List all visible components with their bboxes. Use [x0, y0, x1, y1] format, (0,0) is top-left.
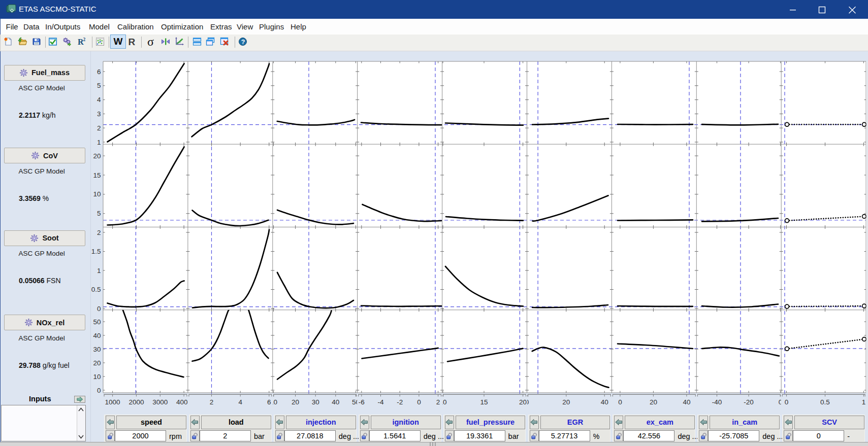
svg-text:20: 20	[519, 398, 527, 406]
svg-text:0: 0	[618, 398, 622, 406]
svg-text:6: 6	[97, 68, 101, 76]
svg-text:0.5: 0.5	[91, 286, 101, 293]
svg-text:5: 5	[97, 82, 101, 89]
svg-text:0.5: 0.5	[820, 398, 830, 406]
svg-text:20: 20	[292, 398, 299, 406]
svg-text:0: 0	[779, 398, 783, 406]
svg-text:40: 40	[683, 398, 690, 406]
svg-text:50: 50	[93, 318, 101, 326]
svg-text:2: 2	[97, 124, 101, 132]
svg-text:1.5: 1.5	[91, 248, 101, 255]
svg-text:40: 40	[601, 398, 608, 406]
svg-text:10: 10	[93, 373, 101, 381]
svg-text:1: 1	[97, 139, 101, 146]
svg-text:40: 40	[93, 332, 101, 339]
svg-text:30: 30	[93, 346, 101, 353]
svg-text:3000: 3000	[152, 398, 168, 406]
svg-text:2: 2	[436, 398, 440, 406]
svg-text:1000: 1000	[105, 398, 120, 406]
svg-text:20: 20	[562, 398, 570, 406]
svg-text:2: 2	[97, 229, 101, 236]
svg-text:-2: -2	[397, 398, 403, 406]
svg-text:1: 1	[862, 398, 866, 406]
svg-text:15: 15	[480, 398, 488, 406]
svg-text:30: 30	[312, 398, 319, 406]
svg-text:10: 10	[93, 190, 101, 198]
svg-text:20: 20	[93, 152, 101, 160]
svg-text:4000: 4000	[176, 398, 191, 406]
svg-text:0: 0	[97, 387, 101, 394]
svg-text:4: 4	[238, 398, 242, 406]
svg-text:15: 15	[93, 171, 101, 179]
svg-text:1: 1	[97, 267, 101, 275]
svg-text:0: 0	[417, 398, 421, 406]
svg-text:20: 20	[93, 359, 101, 367]
svg-text:40: 40	[332, 398, 339, 406]
svg-text:2000: 2000	[128, 398, 144, 406]
svg-text:4: 4	[97, 96, 101, 104]
svg-text:-6: -6	[359, 398, 365, 406]
svg-text:0: 0	[785, 398, 789, 406]
svg-text:6: 6	[267, 398, 271, 406]
svg-text:5: 5	[97, 210, 101, 217]
svg-text:-4: -4	[377, 398, 383, 406]
svg-text:2: 2	[210, 398, 214, 406]
svg-text:-40: -40	[712, 398, 722, 406]
svg-text:3: 3	[97, 110, 101, 118]
svg-text:10: 10	[439, 398, 446, 406]
svg-text:0: 0	[97, 305, 101, 313]
svg-text:-20: -20	[744, 398, 754, 406]
svg-text:20: 20	[650, 398, 657, 406]
